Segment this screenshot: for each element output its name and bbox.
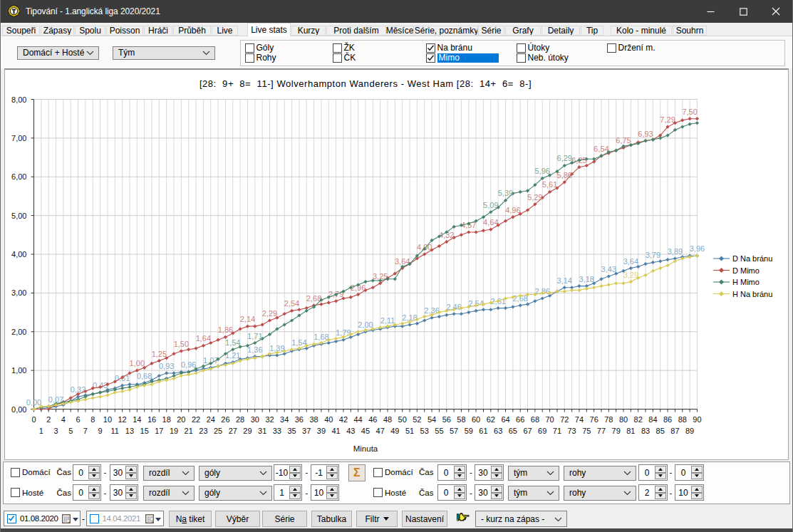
row-r1-value-from-down[interactable] [655,473,666,480]
date-from-checkbox[interactable] [7,514,16,523]
row-r1-time-to-up[interactable] [491,466,502,473]
row-l2-value-from-up[interactable] [289,486,301,493]
row-r1-value-from-up[interactable] [655,466,666,473]
stat-label-na-bránu[interactable]: Na bránu [437,43,472,53]
row-l1-time-to-up[interactable] [125,466,137,473]
row-r1-value-to-down[interactable] [691,473,703,480]
vyber-button[interactable]: Výběr [215,511,260,527]
date-from-picker[interactable]: 01.08.2020 [4,511,81,526]
tab-souhrn[interactable]: Souhrn [673,26,707,36]
tab-zápasy[interactable]: Zápasy [41,26,74,36]
stat-checkbox-mimo[interactable] [426,53,435,63]
row-r2-time-to-down[interactable] [491,493,502,500]
stat-label-čk[interactable]: ČK [344,53,356,63]
row-r1-value-to-up[interactable] [691,466,703,473]
tab-proti-dalším[interactable]: Proti dalším [326,26,386,36]
tab-kurzy[interactable]: Kurzy [291,26,326,36]
stat-label-útoky[interactable]: Útoky [528,43,550,53]
nastaveni-button[interactable]: Nastavení [402,511,447,527]
row-l1-time-to[interactable]: 30 [110,464,138,481]
side-select[interactable]: Domácí + Hosté [17,46,99,60]
row-l2-time-to-down[interactable] [125,493,137,500]
date-to-dropdown-arrow[interactable] [155,518,161,521]
row-r1-time-to[interactable]: 30 [475,464,504,481]
tab-kolo-minulé[interactable]: Kolo - minulé [611,26,672,36]
tab-měsíce[interactable]: Měsíce [385,26,414,36]
stat-checkbox-čk[interactable] [333,53,342,63]
row-r2-time-from-up[interactable] [454,486,465,493]
date-from-dropdown-arrow[interactable] [73,518,78,521]
row-l2-value-from-down[interactable] [289,493,301,500]
row-l2-value-to-up[interactable] [326,486,338,493]
row-l1-time-from-up[interactable] [88,466,100,473]
row-l2-time-from-up[interactable] [88,486,100,493]
row-l2-time-to-up[interactable] [125,486,137,493]
row-r1-time-from[interactable]: 0 [437,464,467,481]
tab-soupeři[interactable]: Soupeři [2,26,40,36]
row-l2-checkbox[interactable] [11,488,20,497]
row-l2-stat-select[interactable]: góly [199,486,272,501]
sum-button[interactable]: Σ [348,464,366,481]
row-l1-time-to-down[interactable] [125,473,137,480]
stat-checkbox-rohy[interactable] [245,53,254,63]
stat-label-neb-útoky[interactable]: Neb. útoky [528,53,569,63]
stat-label-g-ly[interactable]: Góly [256,43,274,53]
tabulka-button[interactable]: Tabulka [311,511,352,527]
row-r2-mode-select[interactable]: tým [508,486,559,501]
maximize-button[interactable] [727,0,760,23]
tab-live[interactable]: Live [212,26,238,36]
stat-label-žk[interactable]: ŽK [344,43,355,53]
row-l1-value-to[interactable]: -1 [311,464,339,481]
row-r1-mode-select[interactable]: tým [508,466,559,481]
group-select[interactable]: Tým [113,46,215,60]
row-r2-value-to-up[interactable] [691,486,703,493]
filtr-button[interactable]: Filtr [356,511,398,527]
row-r1-checkbox[interactable] [373,468,383,477]
row-r2-stat-select[interactable]: rohy [564,486,636,501]
tab-průběh[interactable]: Průběh [173,26,211,36]
row-l1-value-from-down[interactable] [289,473,301,480]
row-l2-mode-select[interactable]: rozdíl [143,486,195,501]
tab-tip[interactable]: Tip [581,26,603,36]
row-l1-value-from-up[interactable] [289,466,301,473]
tab-série-poznámky[interactable]: Série, poznámky [415,26,478,36]
row-r1-stat-select[interactable]: rohy [564,466,636,481]
row-l1-mode-select[interactable]: rozdíl [143,466,195,481]
tab-detaily[interactable]: Detaily [541,26,580,36]
row-r1-time-to-down[interactable] [491,473,502,480]
row-l2-value-to[interactable]: 10 [311,484,339,501]
na-tiket-button[interactable]: Na tiket [169,511,212,527]
row-r2-value-from-up[interactable] [655,486,666,493]
tab-grafy[interactable]: Grafy [505,26,541,36]
stat-checkbox-žk[interactable] [333,43,342,53]
row-l2-time-from-down[interactable] [88,493,100,500]
row-l2-value-to-down[interactable] [326,493,338,500]
stat-checkbox-neb-útoky[interactable] [517,53,526,63]
stat-label-držení-m-[interactable]: Držení m. [618,43,655,53]
row-l1-stat-select[interactable]: góly [199,466,272,481]
tab-live-stats[interactable]: Live stats [247,23,291,36]
row-l1-checkbox[interactable] [11,468,20,477]
row-r2-value-from-down[interactable] [655,493,666,500]
row-l1-value-to-down[interactable] [326,473,338,480]
stat-checkbox-na-bránu[interactable] [426,43,435,53]
date-to-checkbox[interactable] [90,514,99,523]
tab-spolu[interactable]: Spolu [75,26,105,36]
row-r2-value-to[interactable]: 10 [675,484,704,501]
stat-checkbox-g-ly[interactable] [245,43,254,53]
row-l1-time-from-down[interactable] [88,473,100,480]
row-r2-value-from[interactable]: 2 [638,484,668,501]
row-l1-value-to-up[interactable] [326,466,338,473]
row-r1-time-from-down[interactable] [454,473,465,480]
row-r1-value-to[interactable]: 0 [675,464,704,481]
stat-checkbox-držení-m-[interactable] [607,43,616,53]
stat-checkbox-útoky[interactable] [517,43,526,53]
row-r2-time-from-down[interactable] [454,493,465,500]
row-l1-value-from[interactable]: -10 [274,464,302,481]
kurz-select[interactable]: - kurz na zápas - [475,511,567,527]
tab-poisson[interactable]: Poisson [106,26,143,36]
tab-hráči[interactable]: Hráči [144,26,172,36]
row-r2-checkbox[interactable] [373,488,383,497]
row-r1-time-from-up[interactable] [454,466,465,473]
row-l2-value-from[interactable]: 1 [274,484,302,501]
